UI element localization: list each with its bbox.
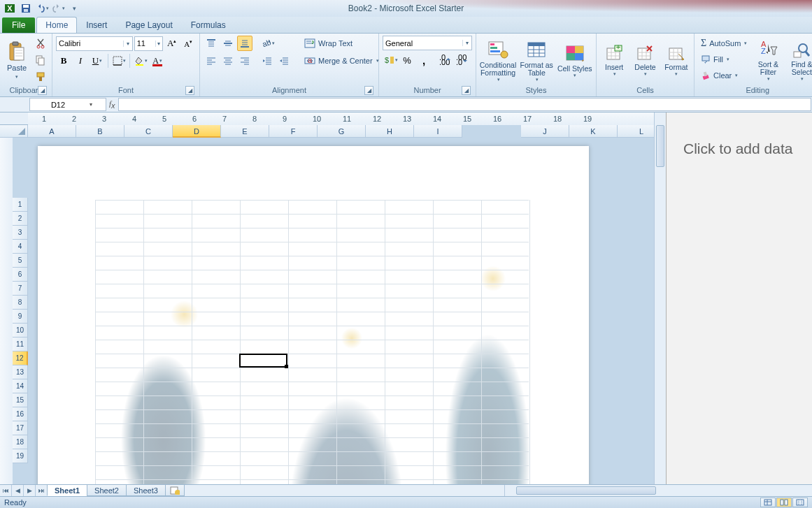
page-break-view-icon[interactable]	[792, 498, 808, 507]
row-header[interactable]: 8	[13, 296, 28, 310]
row-header[interactable]: 5	[13, 254, 28, 268]
column-header[interactable]: J	[521, 125, 569, 138]
tab-home[interactable]: Home	[36, 17, 77, 33]
qat-customize-icon[interactable]: ▾	[67, 1, 81, 15]
cell-styles-button[interactable]: Cell Styles▾	[557, 36, 593, 85]
cell-cursor[interactable]	[239, 354, 287, 368]
fill-button[interactable]: Fill▾	[698, 52, 750, 67]
sheet-nav-next-icon[interactable]: ▶	[24, 485, 36, 496]
delete-cells-button[interactable]: Delete▾	[631, 36, 659, 85]
decrease-indent-icon[interactable]	[259, 53, 275, 68]
save-icon[interactable]	[19, 1, 33, 15]
column-header[interactable]: A	[28, 125, 76, 138]
conditional-formatting-button[interactable]: Conditional Formatting▾	[480, 36, 516, 85]
column-header[interactable]: F	[269, 125, 318, 138]
name-box[interactable]: ▾	[29, 98, 106, 111]
row-header[interactable]: 9	[13, 310, 28, 324]
row-header[interactable]: 4	[13, 240, 28, 254]
normal-view-icon[interactable]	[760, 498, 776, 507]
number-dialog-icon[interactable]: ◢	[462, 86, 471, 95]
alignment-dialog-icon[interactable]: ◢	[364, 86, 373, 95]
row-header[interactable]: 7	[13, 282, 28, 296]
borders-icon[interactable]: ▾	[111, 53, 127, 68]
formula-input[interactable]	[118, 98, 811, 111]
column-header[interactable]: C	[124, 125, 173, 138]
column-header[interactable]: D	[173, 125, 221, 138]
font-name-combo[interactable]: ▾	[56, 36, 133, 51]
comma-icon[interactable]: ,	[416, 52, 432, 68]
bold-icon[interactable]: B	[56, 53, 71, 68]
align-middle-icon[interactable]	[220, 36, 236, 51]
undo-icon[interactable]: ▾	[35, 1, 49, 15]
format-as-table-button[interactable]: Format as Table▾	[519, 36, 555, 85]
row-header[interactable]: 19	[13, 449, 28, 463]
find-select-button[interactable]: Find & Select▾	[786, 36, 812, 85]
font-color-icon[interactable]: A▾	[150, 53, 165, 68]
percent-icon[interactable]: %	[399, 52, 415, 68]
vertical-scrollbar[interactable]	[654, 138, 666, 484]
row-header[interactable]: 18	[13, 435, 28, 449]
row-header[interactable]: 10	[13, 324, 28, 338]
paste-button[interactable]: Paste▾	[3, 36, 30, 85]
font-size-combo[interactable]: ▾	[134, 36, 163, 51]
sheet-tab[interactable]: Sheet2	[87, 485, 127, 496]
sheet-nav-prev-icon[interactable]: ◀	[12, 485, 24, 496]
row-header[interactable]: 13	[13, 365, 28, 379]
decrease-decimal-icon[interactable]: .00.0	[454, 52, 469, 68]
row-header[interactable]: 17	[13, 421, 28, 435]
fill-color-icon[interactable]: ▾	[133, 53, 148, 68]
file-tab[interactable]: File	[2, 17, 35, 33]
insert-cells-button[interactable]: +Insert▾	[600, 36, 628, 85]
excel-icon[interactable]: X	[3, 1, 17, 15]
row-header[interactable]: 12	[13, 351, 28, 365]
orientation-icon[interactable]: ab▾	[259, 36, 275, 51]
column-header[interactable]: G	[318, 125, 366, 138]
align-center-icon[interactable]	[220, 53, 236, 68]
increase-decimal-icon[interactable]: .0.00	[437, 52, 453, 68]
format-cells-button[interactable]: Format▾	[662, 36, 690, 85]
merge-center-button[interactable]: aMerge & Center▾	[301, 53, 382, 68]
wrap-text-button[interactable]: Wrap Text	[301, 36, 382, 51]
column-header[interactable]: B	[76, 125, 124, 138]
side-panel[interactable]: Click to add data	[666, 113, 812, 484]
autosum-button[interactable]: ΣAutoSum▾	[698, 36, 750, 51]
row-header[interactable]: 11	[13, 338, 28, 351]
redo-icon[interactable]: ▾	[51, 1, 65, 15]
sheet-nav-first-icon[interactable]: ⏮	[0, 485, 12, 496]
row-header[interactable]: 2	[13, 212, 28, 226]
page-layout-view-icon[interactable]	[776, 498, 792, 507]
worksheet-area[interactable]	[28, 138, 666, 484]
clipboard-dialog-icon[interactable]: ◢	[38, 86, 47, 95]
row-header[interactable]: 6	[13, 268, 28, 282]
italic-icon[interactable]: I	[73, 53, 88, 68]
tab-page-layout[interactable]: Page Layout	[116, 17, 181, 33]
underline-icon[interactable]: U▾	[90, 53, 105, 68]
clear-button[interactable]: Clear▾	[698, 68, 750, 83]
column-header[interactable]: H	[366, 125, 414, 138]
new-sheet-icon[interactable]	[165, 485, 185, 496]
column-header[interactable]: K	[569, 125, 618, 138]
select-all-corner[interactable]	[0, 125, 28, 138]
horizontal-scrollbar[interactable]	[504, 485, 812, 496]
sheet-tab[interactable]: Sheet1	[47, 485, 87, 496]
number-format-combo[interactable]: ▾	[383, 36, 472, 50]
cut-icon[interactable]	[33, 36, 48, 51]
sheet-tab[interactable]: Sheet3	[126, 485, 166, 496]
row-header[interactable]: 14	[13, 379, 28, 393]
copy-icon[interactable]	[33, 52, 48, 68]
font-dialog-icon[interactable]: ◢	[185, 86, 194, 95]
column-header[interactable]: I	[414, 125, 462, 138]
align-top-icon[interactable]	[204, 36, 219, 51]
tab-insert[interactable]: Insert	[77, 17, 116, 33]
column-header[interactable]: E	[221, 125, 269, 138]
row-header[interactable]: 1	[13, 198, 28, 212]
fx-icon[interactable]: fx	[109, 99, 115, 110]
sort-filter-button[interactable]: AZSort & Filter▾	[753, 36, 783, 85]
align-bottom-icon[interactable]	[237, 36, 252, 51]
increase-indent-icon[interactable]	[276, 53, 292, 68]
format-painter-icon[interactable]	[33, 69, 48, 85]
accounting-icon[interactable]: $▾	[383, 52, 398, 68]
shrink-font-icon[interactable]: A▾	[180, 36, 196, 51]
row-header[interactable]: 3	[13, 226, 28, 240]
tab-formulas[interactable]: Formulas	[182, 17, 235, 33]
